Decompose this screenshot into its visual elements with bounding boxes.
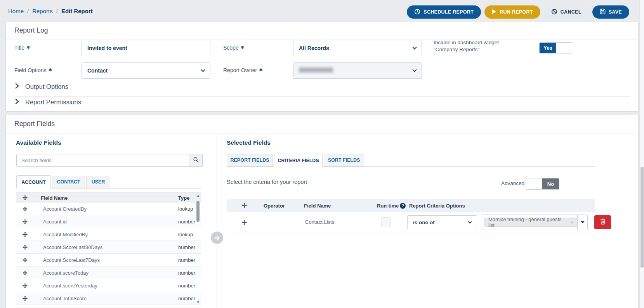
operator-value: is one of (413, 220, 469, 225)
report-permissions-section[interactable]: Report Permissions (15, 99, 81, 106)
divider (6, 133, 638, 133)
toggle-no-segment[interactable]: No (542, 178, 559, 189)
chevron-down-icon (468, 220, 472, 223)
toggle-blank-segment[interactable] (526, 178, 542, 189)
breadcrumb-reports[interactable]: Reports (32, 8, 53, 14)
scope-label: Scope✱ (223, 45, 244, 51)
toggle-yes-segment[interactable]: Yes (540, 43, 556, 53)
scroll-up-icon[interactable]: ▲ (196, 194, 200, 197)
move-icon[interactable] (23, 296, 28, 301)
field-row[interactable]: Account.ScoreLast30Days number (16, 241, 201, 254)
breadcrumb-current: Edit Report (61, 8, 93, 14)
run-time-checkbox[interactable] (381, 217, 391, 227)
field-name[interactable]: Account.id (43, 219, 67, 225)
move-icon[interactable] (23, 245, 28, 250)
chevron-down-icon (201, 67, 205, 72)
fields-table-header: Field Name Type (16, 192, 201, 202)
field-name[interactable]: Account.ModifiedBy (43, 232, 88, 237)
type-column-header: Type (178, 195, 189, 201)
remove-tag-icon[interactable]: × (571, 220, 574, 225)
report-owner-select[interactable] (293, 62, 422, 79)
field-name[interactable]: Account.ScoreLast30Days (43, 244, 102, 250)
criteria-options-column-header: Report Criteria Options (409, 203, 465, 209)
field-row[interactable]: Account.scoreToday number (16, 266, 201, 279)
search-fields-input[interactable] (16, 154, 189, 167)
breadcrumb-separator: / (27, 8, 29, 14)
field-name[interactable]: Account.scoreToday (43, 270, 89, 276)
title-label: Title✱ (14, 45, 30, 51)
move-icon[interactable] (23, 283, 28, 288)
window-scrollbar-thumb[interactable] (641, 167, 644, 268)
field-name[interactable]: Account.ScoreLast7Days (43, 257, 100, 263)
scroll-down-icon[interactable]: ▼ (196, 301, 200, 304)
field-row[interactable]: Account.CreatedBy lookup (16, 202, 201, 215)
move-icon[interactable] (23, 258, 28, 263)
table-scrollbar-thumb[interactable] (196, 201, 200, 222)
tab-contact[interactable]: CONTACT (52, 176, 85, 188)
tab-report-fields[interactable]: REPORT FIELDS (227, 154, 273, 166)
field-name[interactable]: Account.CreatedBy (43, 206, 87, 212)
move-icon[interactable] (23, 219, 28, 224)
move-icon[interactable] (23, 206, 28, 211)
move-fields-right-button[interactable] (211, 232, 223, 244)
divider (14, 96, 630, 97)
criteria-row: Contact.Lists is one of Momice training … (227, 212, 595, 232)
field-name[interactable]: Account.scoreYesterday (43, 283, 97, 289)
required-marker: ✱ (26, 45, 30, 50)
field-type: lookup (178, 232, 193, 237)
move-icon (242, 203, 247, 208)
scope-select[interactable]: All Records (293, 40, 422, 56)
field-type: number (178, 219, 195, 225)
caret-down-icon (581, 221, 585, 223)
move-icon[interactable] (23, 270, 28, 275)
scope-value: All Records (299, 45, 413, 51)
output-options-section[interactable]: Output Options (15, 83, 68, 90)
field-options-label: Field Options✱ (14, 67, 52, 73)
field-row[interactable]: Account.id number (16, 215, 201, 228)
field-type: number (178, 270, 195, 276)
required-marker: ✱ (48, 67, 52, 72)
tab-sort-fields[interactable]: SORT FIELDS (324, 154, 364, 166)
field-row[interactable]: Account.ModifiedBy lookup (16, 228, 201, 241)
schedule-report-button[interactable]: SCHEDULE REPORT (407, 5, 481, 19)
dashboard-widget-toggle[interactable]: Yes (539, 42, 572, 54)
multiselect-dropdown-button[interactable] (577, 215, 587, 230)
delete-criteria-button[interactable] (594, 215, 611, 229)
tab-account[interactable]: ACCOUNT (16, 175, 51, 189)
field-row[interactable]: Account.scoreYesterday number (16, 279, 201, 292)
cancel-button[interactable]: CANCEL (544, 5, 589, 19)
run-report-button[interactable]: RUN REPORT (484, 5, 540, 19)
advanced-toggle[interactable]: No (526, 178, 559, 190)
criteria-values-multiselect[interactable]: Momice training - general guests list × (481, 215, 588, 230)
field-type: number (178, 296, 195, 301)
field-options-select[interactable]: Contact (82, 62, 210, 79)
field-name[interactable]: Account.TotalScore (43, 296, 87, 301)
report-log-heading: Report Log (14, 26, 48, 35)
play-icon (492, 9, 496, 16)
move-icon[interactable] (242, 220, 247, 225)
criteria-table-header: Operator Field Name Run-time ? Report Cr… (227, 199, 595, 212)
save-label: SAVE (609, 9, 622, 15)
window-scrollbar[interactable] (639, 0, 644, 308)
search-button[interactable] (189, 154, 203, 167)
field-row[interactable]: Account.TotalScore number (16, 292, 201, 305)
save-icon (600, 9, 606, 16)
chevron-right-icon (15, 83, 19, 90)
field-row[interactable]: Account.ScoreLast7Days number (16, 254, 201, 266)
toolbar: SCHEDULE REPORT RUN REPORT CANCEL SAVE (407, 5, 629, 19)
tab-criteria-fields[interactable]: CRITERIA FIELDS (274, 154, 323, 167)
breadcrumb-home[interactable]: Home (8, 8, 24, 14)
toggle-blank-segment[interactable] (556, 43, 572, 53)
field-name-column-header: Field Name (41, 195, 68, 201)
move-icon[interactable] (23, 232, 28, 237)
help-icon[interactable]: ? (400, 203, 406, 209)
chevron-down-icon (412, 67, 417, 72)
advanced-label: Advanced (501, 180, 524, 186)
operator-select[interactable]: is one of (407, 215, 477, 229)
criteria-value-tag: Momice training - general guests list × (484, 218, 577, 227)
report-fields-card: Report Fields Available Fields ACCOUNT C… (5, 115, 639, 308)
save-button[interactable]: SAVE (592, 5, 629, 19)
field-type: number (178, 257, 195, 263)
title-input[interactable] (82, 40, 210, 56)
tab-user[interactable]: USER (86, 176, 110, 188)
